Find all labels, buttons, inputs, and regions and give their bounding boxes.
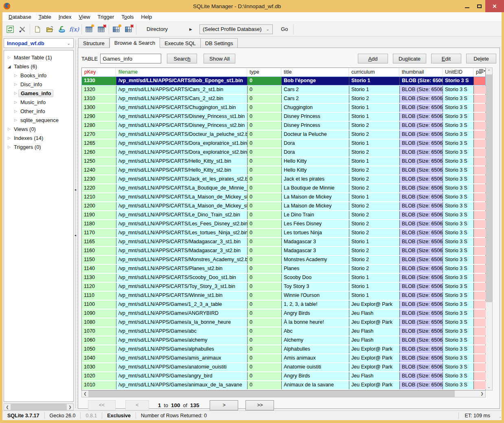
cell-thumbnail[interactable]: BLOB (Size: 6506) <box>399 113 443 121</box>
cell-title[interactable]: Madagascar 3 <box>281 247 349 255</box>
cell-pkey[interactable]: 1270 <box>82 131 116 139</box>
table-row[interactable]: 1150/vp_mnt/sd/LLN/APPS/CARTS/Monstres_A… <box>82 256 485 264</box>
table-row[interactable]: 1090/vp_mnt/sd/LLN/APPS/Games/ANGRYBIRD0… <box>82 310 485 318</box>
cell-filename[interactable]: /vp_mnt/sd/LLN/APPS/CARTS/Scooby_Doo_st1… <box>116 274 247 282</box>
table-row[interactable]: 1010/vp_mnt/sd/LLN/APPS/Games/animaux_de… <box>82 381 485 389</box>
tree-item-disc-info[interactable]: ▷Disc_info <box>5 80 72 89</box>
cell-pa[interactable] <box>473 310 486 318</box>
cell-thumbnail[interactable]: BLOB (Size: 6506) <box>399 318 443 327</box>
cell-thumbnail[interactable]: BLOB (Size: 6506) <box>399 131 443 139</box>
cell-pa[interactable] <box>473 336 486 345</box>
cell-pa[interactable] <box>473 274 486 282</box>
cell-pkey[interactable]: 1165 <box>82 238 116 246</box>
cell-filename[interactable]: /vp_mnt/sd/LLN/APPS/CARTS/La_Maison_de_M… <box>116 193 247 201</box>
cell-title[interactable]: La Boutique de Minnie <box>281 184 349 192</box>
menu-help[interactable]: Help <box>138 13 156 21</box>
column-header-pkey[interactable]: pKey <box>82 68 116 76</box>
cell-pkey[interactable]: 1210 <box>82 193 116 201</box>
table-row[interactable]: 1030/vp_mnt/sd/LLN/APPS/Games/anatomie_o… <box>82 363 485 371</box>
cell-type[interactable]: 0 <box>247 211 281 219</box>
cell-title[interactable]: Disney Princess <box>281 113 349 121</box>
function-button[interactable]: f(x) <box>68 24 80 35</box>
twisty-collapsed-icon[interactable]: ▷ <box>13 91 18 95</box>
tree-item-views-0[interactable]: ▷Views (0) <box>5 124 72 133</box>
cell-curriculum[interactable]: Storio 2 <box>349 256 399 264</box>
edit-button[interactable]: Edit <box>431 54 461 63</box>
cell-thumbnail[interactable]: BLOB (Size: 6506) <box>399 211 443 219</box>
settings-button[interactable] <box>16 24 28 35</box>
scrollbar-track[interactable] <box>486 302 492 384</box>
cell-pa[interactable] <box>473 220 486 228</box>
cell-filename[interactable]: /vp_mnt/sd/LLN/APPS/CARTS/La_Maison_de_M… <box>116 202 247 210</box>
cell-thumbnail[interactable]: BLOB (Size: 6506) <box>399 140 443 148</box>
menu-trigger[interactable]: Trigger <box>94 13 118 21</box>
cell-thumbnail[interactable]: BLOB (Size: 6506) <box>399 86 443 94</box>
cell-thumbnail[interactable]: BLOB (Size: 6506) <box>399 238 443 246</box>
scrollbar-track[interactable] <box>455 390 479 397</box>
close-button[interactable]: ✕ <box>485 0 504 12</box>
cell-filename[interactable]: /vp_mnt/sd/LLN/APPS/CARTS/Cars_2_st2.bin <box>116 95 247 103</box>
cell-type[interactable]: 0 <box>247 301 281 309</box>
table-row[interactable]: 1300/vp_mnt/sd/LLN/APPS/CARTS/Chuggingto… <box>82 104 485 112</box>
cell-title[interactable]: Les tortues Ninja <box>281 229 349 237</box>
cell-title[interactable]: Hello Kitty <box>281 166 349 174</box>
cell-type[interactable]: 0 <box>247 148 281 157</box>
cell-uniteid[interactable]: Storio 3 S <box>443 265 473 273</box>
cell-thumbnail[interactable]: BLOB (Size: 6506) <box>399 310 443 318</box>
scroll-left-icon[interactable]: ❮ <box>4 404 11 410</box>
column-header-filename[interactable]: filename <box>116 68 247 76</box>
cell-type[interactable]: 0 <box>247 175 281 183</box>
cell-title[interactable]: Planes <box>281 265 349 273</box>
cell-type[interactable]: 0 <box>247 184 281 192</box>
cell-uniteid[interactable]: Storio 3 S <box>443 86 473 94</box>
cell-pa[interactable] <box>473 283 486 291</box>
scrollbar-thumb[interactable] <box>486 74 492 302</box>
cell-filename[interactable]: /vp_mnt/sd/LLN/APPS/Games/angry_bird <box>116 372 247 380</box>
cell-curriculum[interactable]: Jeu Flash <box>349 310 399 318</box>
cell-curriculum[interactable]: Storio 1 <box>349 77 399 85</box>
cell-type[interactable]: 0 <box>247 354 281 362</box>
cell-title[interactable]: Cars 2 <box>281 86 349 94</box>
cell-curriculum[interactable]: Storio 2 <box>349 184 399 192</box>
sidebar-horizontal-scrollbar[interactable]: ❮ ❯ <box>4 403 74 410</box>
cell-type[interactable]: 0 <box>247 193 281 201</box>
cell-pa[interactable] <box>473 247 486 255</box>
cell-thumbnail[interactable]: BLOB (Size: 6506) <box>399 363 443 371</box>
import-button[interactable] <box>56 24 68 35</box>
table-row[interactable]: 1320/vp_mnt/sd/LLN/APPS/CARTS/Cars_2_st1… <box>82 86 485 94</box>
cell-curriculum[interactable]: Storio 2 <box>349 247 399 255</box>
cell-type[interactable]: 0 <box>247 113 281 121</box>
cell-thumbnail[interactable]: BLOB (Size: 6506) <box>399 122 443 130</box>
cell-title[interactable]: Docteur la Peluche <box>281 131 349 139</box>
minimize-button[interactable] <box>461 0 473 12</box>
cell-thumbnail[interactable]: BLOB (Size: 6506) <box>399 247 443 255</box>
menu-view[interactable]: View <box>75 13 94 21</box>
cell-type[interactable]: 0 <box>247 104 281 112</box>
cell-uniteid[interactable]: Storio 3 S <box>443 283 473 291</box>
table-row[interactable]: 1310/vp_mnt/sd/LLN/APPS/CARTS/Cars_2_st2… <box>82 95 485 103</box>
cell-uniteid[interactable]: Storio 3 S <box>443 336 473 345</box>
cell-uniteid[interactable]: Storio 3 S <box>443 292 473 300</box>
cell-uniteid[interactable]: Storio 3 S <box>443 148 473 157</box>
cell-filename[interactable]: /vp_mnt/sd/LLN/APPS/Games/animaux_de_la_… <box>116 381 247 389</box>
table-row[interactable]: 1220/vp_mnt/sd/LLN/APPS/CARTS/La_Boutiqu… <box>82 184 485 192</box>
cell-title[interactable]: Disney Princess <box>281 122 349 130</box>
cell-type[interactable]: 0 <box>247 327 281 336</box>
tab-execute-sql[interactable]: Execute SQL <box>160 38 201 48</box>
cell-type[interactable]: 0 <box>247 274 281 282</box>
cell-thumbnail[interactable]: BLOB (Size: 6506) <box>399 381 443 389</box>
cell-pkey[interactable]: 1280 <box>82 122 116 130</box>
scrollbar-thumb[interactable] <box>88 390 455 397</box>
cell-pa[interactable] <box>473 238 486 246</box>
cell-pkey[interactable]: 1020 <box>82 372 116 380</box>
table-row[interactable]: 1210/vp_mnt/sd/LLN/APPS/CARTS/La_Maison_… <box>82 193 485 201</box>
cell-pkey[interactable]: 1200 <box>82 202 116 210</box>
cell-filename[interactable]: /vp_mnt/sd/LLN/APPS/CARTS/Hello_Kitty_st… <box>116 157 247 166</box>
cell-title[interactable]: Anatomie ouistiti <box>281 363 349 371</box>
cell-curriculum[interactable]: Jeu Flash <box>349 327 399 336</box>
table-row[interactable]: 1160/vp_mnt/sd/LLN/APPS/CARTS/Madagascar… <box>82 247 485 255</box>
cell-curriculum[interactable]: Jeu Explor@ Park <box>349 381 399 389</box>
scrollbar-thumb[interactable] <box>11 404 67 410</box>
scroll-right-icon[interactable]: ❯ <box>479 390 485 397</box>
cell-title[interactable]: Scooby Doo <box>281 274 349 282</box>
